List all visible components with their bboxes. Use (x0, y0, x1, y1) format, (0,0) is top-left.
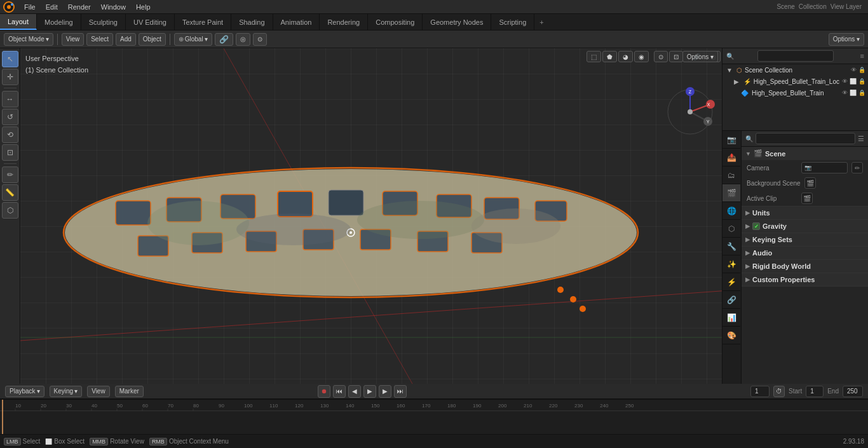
menu-edit[interactable]: Edit (41, 2, 63, 12)
snap-button[interactable]: 🔗 (215, 33, 233, 46)
svg-text:240: 240 (600, 403, 609, 409)
audio-section-header[interactable]: ▶ Audio (742, 247, 868, 259)
camera-value[interactable]: 📷 (801, 162, 848, 173)
transform-global-dropdown[interactable]: ⊕ Global ▾ (174, 33, 212, 46)
prop-tab-particles[interactable]: ✨ (722, 255, 740, 273)
end-frame-input[interactable]: 250 (843, 386, 863, 397)
play-btn[interactable]: ▶ (363, 385, 376, 398)
outliner-item-train[interactable]: 🔷 High_Speed_Bullet_Train 👁 ⬜ 🔒 (722, 87, 868, 98)
tab-sculpting[interactable]: Sculpting (81, 14, 126, 30)
nav-gizmo[interactable]: X Y Z (665, 86, 715, 137)
playback-dropdown[interactable]: Playback ▾ (5, 386, 44, 397)
mmb-key: MMB (90, 438, 108, 445)
tab-animation[interactable]: Animation (273, 14, 320, 30)
menu-render[interactable]: Render (63, 2, 96, 12)
tab-uv-editing[interactable]: UV Editing (126, 14, 175, 30)
menu-window[interactable]: Window (96, 2, 131, 12)
prop-tab-object[interactable]: ⬡ (722, 220, 740, 238)
tool-add-cube[interactable]: ⬡ (2, 202, 18, 219)
tab-add-button[interactable]: + (534, 16, 548, 29)
properties-filter-btn[interactable]: ☰ (858, 135, 864, 143)
select-button[interactable]: Select (86, 33, 113, 46)
train-loc-vis-3[interactable]: 🔒 (858, 78, 865, 85)
prop-tab-materials[interactable]: 🎨 (722, 327, 740, 344)
tool-rotate[interactable]: ↺ (2, 109, 18, 125)
frame-sync-btn[interactable]: ⏱ (773, 386, 785, 397)
add-button[interactable]: Add (116, 33, 136, 46)
tool-cursor[interactable]: ✛ (2, 69, 18, 85)
vp-options-btn[interactable]: Options ▾ (682, 51, 718, 62)
tool-scale[interactable]: ⟲ (2, 126, 18, 143)
train-vis-1[interactable]: 👁 (842, 90, 848, 96)
units-section-header[interactable]: ▶ Units (742, 207, 868, 219)
prop-tab-output[interactable]: 📤 (722, 149, 740, 166)
train-loc-vis-2[interactable]: ⬜ (850, 78, 857, 85)
train-loc-vis-1[interactable]: 👁 (842, 78, 848, 85)
tool-select[interactable]: ↖ (2, 51, 18, 67)
overlay-button[interactable]: ⊙ (253, 33, 267, 46)
tab-compositing[interactable]: Compositing (368, 14, 423, 30)
menu-file[interactable]: File (19, 2, 41, 12)
keying-sets-header[interactable]: ▶ Keying Sets (742, 233, 868, 246)
custom-properties-header[interactable]: ▶ Custom Properties (742, 273, 868, 286)
timeline-view-btn[interactable]: View (87, 386, 110, 397)
scene-section-header[interactable]: ▼ 🎬 Scene (742, 147, 868, 160)
tab-geometry-nodes[interactable]: Geometry Nodes (423, 14, 491, 30)
tab-scripting[interactable]: Scripting (491, 14, 534, 30)
tool-transform[interactable]: ⊡ (2, 144, 18, 161)
outliner-item-scene-collection[interactable]: ▼ ⬡ Scene Collection 👁 🔒 (722, 64, 868, 76)
gravity-checkbox[interactable]: ✓ (752, 222, 760, 230)
current-frame-input[interactable]: 1 (750, 386, 770, 397)
train-vis-3[interactable]: 🔒 (858, 90, 865, 96)
rigid-body-world-header[interactable]: ▶ Rigid Body World (742, 260, 868, 273)
prop-tab-view-layer[interactable]: 🗂 (722, 166, 740, 184)
tab-rendering[interactable]: Rendering (320, 14, 368, 30)
prop-tab-modifiers[interactable]: 🔧 (722, 238, 740, 255)
viewport[interactable]: User Perspective (1) Scene Collection X … (20, 48, 722, 384)
marker-btn[interactable]: Marker (115, 386, 144, 397)
train-loc-expand-icon: ▶ (733, 77, 741, 86)
gravity-section-header[interactable]: ▶ ✓ Gravity (742, 220, 868, 233)
train-vis-2[interactable]: ⬜ (850, 90, 857, 96)
jump-end-btn[interactable]: ⏭ (394, 385, 407, 398)
scene-collection-icon2: ⬡ (736, 67, 742, 74)
prop-tab-world[interactable]: 🌐 (722, 202, 740, 220)
start-frame-input[interactable]: 1 (806, 386, 824, 397)
vis-icon-1[interactable]: 👁 (851, 67, 857, 73)
tab-shading[interactable]: Shading (231, 14, 273, 30)
mode-dropdown[interactable]: Object Mode ▾ (4, 33, 53, 46)
next-frame-btn[interactable]: ▶ (379, 385, 391, 398)
record-btn[interactable]: ⏺ (318, 385, 330, 398)
tool-annotate[interactable]: ✏ (2, 166, 18, 183)
timeline-controls: ⏺ ⏮ ◀ ▶ ▶ ⏭ (318, 385, 407, 398)
vis-icon-2[interactable]: 🔒 (858, 67, 865, 73)
menu-help[interactable]: Help (131, 2, 156, 12)
active-clip-btn[interactable]: 🎬 (801, 193, 813, 204)
outliner-filter-icon[interactable]: ≡ (860, 52, 864, 60)
proportional-edit-button[interactable]: ◎ (236, 33, 250, 46)
outliner-item-train-loc[interactable]: ▶ ⚡ High_Speed_Bullet_Train_Loc 👁 ⬜ 🔒 (722, 76, 868, 87)
prev-frame-btn[interactable]: ◀ (348, 385, 361, 398)
svg-text:220: 220 (549, 403, 558, 409)
prop-tab-scene[interactable]: 🎬 (722, 184, 740, 202)
custom-props-chevron: ▶ (745, 276, 750, 283)
tab-layout[interactable]: Layout (0, 14, 37, 30)
jump-start-btn[interactable]: ⏮ (333, 385, 346, 398)
options-dropdown[interactable]: Options ▾ (829, 33, 864, 46)
outliner-search[interactable] (757, 50, 834, 62)
object-button[interactable]: Object (139, 33, 166, 46)
prop-tab-render[interactable]: 📷 (722, 131, 740, 149)
keying-dropdown[interactable]: Keying ▾ (50, 386, 83, 397)
camera-edit-btn[interactable]: ✏ (851, 162, 863, 173)
tool-measure[interactable]: 📏 (2, 184, 18, 201)
tool-move[interactable]: ↔ (2, 91, 18, 107)
prop-tab-constraints[interactable]: 🔗 (722, 291, 740, 309)
view-button[interactable]: View (62, 33, 85, 46)
prop-tab-physics[interactable]: ⚡ (722, 273, 740, 291)
background-scene-btn[interactable]: 🎬 (804, 177, 816, 189)
tab-texture-paint[interactable]: Texture Paint (175, 14, 231, 30)
properties-search[interactable] (756, 133, 855, 144)
prop-tab-data[interactable]: 📊 (722, 309, 740, 327)
timeline-track-area[interactable]: 10 20 30 40 50 60 70 80 90 100 110 120 (0, 399, 868, 434)
tab-modeling[interactable]: Modeling (37, 14, 81, 30)
